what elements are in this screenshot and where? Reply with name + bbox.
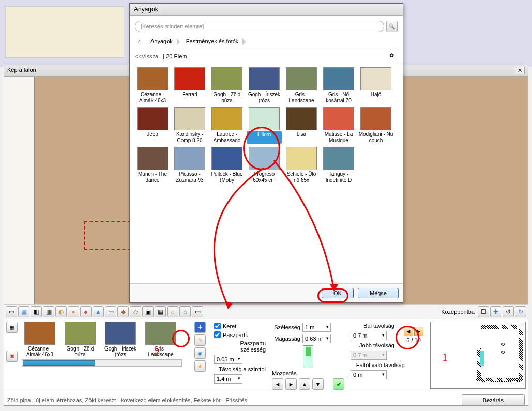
grid-item[interactable]: Liliom xyxy=(247,107,282,144)
grid-item[interactable]: Schiele - Ülő nő 65x xyxy=(284,147,319,184)
home-icon[interactable]: ⌂ xyxy=(135,37,144,46)
dialog-title: Anyagok xyxy=(130,4,403,16)
tool-1[interactable]: ▭ xyxy=(6,306,17,317)
width-sel[interactable]: 1 m xyxy=(302,323,331,332)
tool-2[interactable]: ▦ xyxy=(18,306,29,317)
search-input[interactable]: [Keresés minden elemre] xyxy=(135,21,384,32)
world-btn[interactable]: ◉ xyxy=(194,347,206,359)
grid-item-label: Hajó xyxy=(358,92,393,104)
gear-icon[interactable]: ✿ xyxy=(389,52,398,60)
grid-item-thumb xyxy=(249,67,280,90)
height-lbl: Magasság xyxy=(272,336,300,342)
grid-item[interactable]: Gris - Landscape xyxy=(284,67,319,104)
ok-button[interactable]: OK xyxy=(322,288,354,298)
grid-item-label: Progreso 60x45 cm xyxy=(247,171,282,184)
center-chk[interactable]: ☐ xyxy=(478,306,489,317)
grid-item[interactable]: Progreso 60x45 cm xyxy=(247,147,282,184)
grid-item-thumb xyxy=(249,107,280,130)
right-sel: 0.7 m xyxy=(351,351,387,360)
close-button[interactable]: Bezárás xyxy=(462,394,525,406)
tool-11[interactable]: ◇ xyxy=(130,306,141,317)
move-left[interactable]: ◄ xyxy=(272,378,283,390)
tool-7[interactable]: ♠ xyxy=(80,306,92,317)
grid-item[interactable]: Tanguy - Indefinite D xyxy=(321,147,356,184)
tool-4[interactable]: ▥ xyxy=(43,306,54,317)
back-link[interactable]: <<Vissza xyxy=(135,53,158,59)
grid-item-label: Gogh - Zöld búza xyxy=(209,92,245,104)
move-up[interactable]: ▲ xyxy=(299,378,310,390)
grid-item[interactable]: Matisse - La Musique xyxy=(321,107,356,144)
paszpartu-chk[interactable] xyxy=(214,331,221,338)
thumb-item[interactable]: Gogh - Zöld búza xyxy=(62,322,98,357)
grid-item[interactable]: Ferrari xyxy=(172,67,207,104)
toolbar: ▭ ▦ ◧ ▥ ◐ ● ♠ ▲ ▭ ◆ ◇ ▣ ▦ ⌂ ⌂ ▭ Középpon… xyxy=(4,304,528,319)
side-btn-1[interactable]: ▦ xyxy=(6,322,18,333)
confirm-btn[interactable]: ✔ xyxy=(333,378,344,390)
tool-9[interactable]: ▭ xyxy=(105,306,116,317)
grid-item-label: Lautrec - Ambassado xyxy=(209,131,245,144)
grid-item-thumb xyxy=(286,67,317,90)
move-lbl: Mozgatás xyxy=(272,370,297,376)
thumb-item[interactable]: Cézanne - Almák 46x3 xyxy=(22,322,58,357)
grid-item-thumb xyxy=(360,67,391,90)
grid-item[interactable]: Gris - Nő kosárral 70 xyxy=(321,67,356,104)
psz-width-sel[interactable]: 0.05 m xyxy=(214,355,242,364)
bottom-panel: ▦ ✖ Cézanne - Almák 46x3Gogh - Zöld búza… xyxy=(4,319,528,392)
move-down[interactable]: ▼ xyxy=(312,378,324,390)
status-bar: Zöld pipa - új elem létrehozás, Zöld ker… xyxy=(4,392,528,408)
grid-item-thumb xyxy=(174,67,205,90)
tool-6[interactable]: ● xyxy=(68,306,79,317)
search-button[interactable]: 🔍 xyxy=(386,21,398,32)
dist-sel[interactable]: 1.4 m xyxy=(214,374,242,384)
height-sel[interactable]: 0.63 m xyxy=(302,334,331,343)
thumb-item[interactable]: Gogh - Íriszek (rózs xyxy=(102,322,139,357)
tool-5[interactable]: ◐ xyxy=(55,306,67,317)
grid-item-label: Munch - The dance xyxy=(135,171,170,184)
grid-item-thumb xyxy=(137,147,168,170)
grid-item-label: Jeep xyxy=(135,131,170,144)
edit-btn[interactable]: ✎ xyxy=(194,334,206,346)
move-right[interactable]: ► xyxy=(285,378,297,390)
grid-item[interactable]: Gogh - Zöld búza xyxy=(209,67,245,104)
tool-r3[interactable]: ↻ xyxy=(515,306,526,317)
grid-item-label: Gogh - Íriszek (rózs xyxy=(247,92,282,104)
thumb-scrollbar[interactable] xyxy=(22,359,182,367)
grid-item[interactable]: Lisa xyxy=(284,107,319,144)
grid-item[interactable]: Pollock - Blue (Moby xyxy=(209,147,245,184)
grid-item[interactable]: Kandinsky - Comp 8 20 xyxy=(172,107,207,144)
cancel-button[interactable]: Mégse xyxy=(358,288,399,298)
bc-anyagok[interactable]: Anyagok xyxy=(147,37,178,45)
tool-12[interactable]: ▣ xyxy=(142,306,154,317)
tool-3[interactable]: ◧ xyxy=(31,306,42,317)
add-image-btn[interactable]: + xyxy=(194,322,206,333)
grid-item[interactable]: Munch - The dance xyxy=(135,147,170,184)
grid-item-label: Matisse - La Musique xyxy=(321,131,356,144)
bc-category[interactable]: Festmények és fotók xyxy=(183,37,244,45)
grid-item[interactable]: Lautrec - Ambassado xyxy=(209,107,245,144)
main-close-icon[interactable]: ✕ xyxy=(515,67,525,74)
tool-13[interactable]: ▦ xyxy=(155,306,166,317)
tool-10[interactable]: ◆ xyxy=(117,306,129,317)
grid-item-label: Schiele - Ülő nő 65x xyxy=(284,171,319,184)
tool-14[interactable]: ⌂ xyxy=(167,306,178,317)
wall-sel[interactable]: 0 m xyxy=(351,370,387,379)
grid-item-label: Liliom xyxy=(247,131,282,144)
tool-r1[interactable]: ✚ xyxy=(490,306,501,317)
keret-chk[interactable] xyxy=(214,323,221,329)
annotation-2: 2 xyxy=(154,345,160,359)
star-btn[interactable]: ★ xyxy=(194,360,206,372)
tool-16[interactable]: ▭ xyxy=(192,306,203,317)
tool-r2[interactable]: ↺ xyxy=(503,306,514,317)
thumb-label: Cézanne - Almák 46x3 xyxy=(22,346,58,357)
grid-item-thumb xyxy=(323,147,354,170)
grid-item[interactable]: Cézanne - Almák 46x3 xyxy=(135,67,170,104)
grid-item[interactable]: Jeep xyxy=(135,107,170,144)
grid-item[interactable]: Picasso - Zúzmara 93 xyxy=(172,147,207,184)
grid-item[interactable]: Modigliani - Nu couch xyxy=(358,107,393,144)
tool-15[interactable]: ⌂ xyxy=(179,306,191,317)
left-sel[interactable]: 0.7 m xyxy=(351,331,387,340)
grid-item[interactable]: Gogh - Íriszek (rózs xyxy=(247,67,282,104)
side-btn-2[interactable]: ✖ xyxy=(6,351,18,362)
tool-8[interactable]: ▲ xyxy=(93,306,104,317)
grid-item[interactable]: Hajó xyxy=(358,67,393,104)
